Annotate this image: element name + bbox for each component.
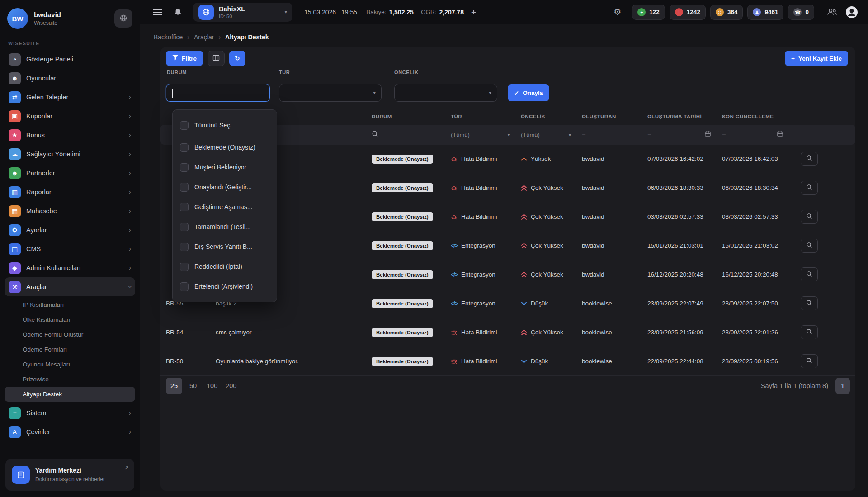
dropdown-option[interactable]: Dış Servis Yanıtı B...: [173, 237, 277, 257]
priority-very-high-icon: [521, 272, 527, 278]
col-priority[interactable]: ÖNCELİK: [515, 114, 576, 119]
badge-red[interactable]: !1242: [670, 5, 706, 20]
bell-icon[interactable]: [174, 8, 182, 16]
sidebar-item-oyuncular[interactable]: ☻Oyuncular: [5, 69, 135, 88]
sidebar-item-eviriler[interactable]: AÇeviriler›: [5, 422, 135, 441]
sidebar-subitem-lke-k-s-tlamalar[interactable]: Ülke Kısıtlamaları: [5, 312, 135, 327]
sidebar-subitem-altyap-destek[interactable]: Altyapı Destek: [5, 387, 135, 402]
sidebar-item-partnerler[interactable]: ☻Partnerler›: [5, 164, 135, 183]
dropdown-option[interactable]: Ertelendi (Arşivlendi): [173, 277, 277, 296]
sidebar-item-g-sterge-paneli[interactable]: ◔Gösterge Paneli: [5, 50, 135, 69]
priority-filter-select[interactable]: ▾: [394, 84, 497, 102]
users-icon[interactable]: [827, 8, 837, 16]
badge-yellow-icon: ∷: [716, 8, 724, 16]
filter-button[interactable]: Filtre: [166, 51, 203, 66]
sidebar-item-ara-lar[interactable]: ⚒Araçlar›: [5, 277, 135, 296]
main-content: Backoffice›Araçlar›Altyapı Destek Filtre…: [140, 24, 868, 497]
badge-green[interactable]: +122: [632, 5, 665, 20]
dropdown-option[interactable]: Geliştirme Aşamas...: [173, 197, 277, 217]
account-avatar-icon[interactable]: [845, 6, 858, 19]
checkbox[interactable]: [180, 203, 189, 211]
col-creator[interactable]: OLUŞTURAN: [576, 114, 642, 119]
new-record-button[interactable]: + Yeni Kayıt Ekle: [785, 51, 848, 66]
view-button[interactable]: [801, 152, 818, 166]
dropdown-option[interactable]: Reddedildi (İptal): [173, 257, 277, 277]
creator-column-filter[interactable]: =: [576, 131, 642, 139]
page-size-25[interactable]: 25: [166, 378, 182, 394]
view-button[interactable]: [801, 354, 818, 368]
sidebar-item-ayarlar[interactable]: ⚙Ayarlar›: [5, 220, 135, 239]
refresh-button[interactable]: ↻: [229, 51, 245, 66]
status-column-search[interactable]: [366, 131, 445, 139]
site-selector[interactable]: BahisXL ID: 50 ▾: [193, 3, 292, 22]
option-label: Ertelendi (Arşivlendi): [194, 283, 253, 290]
status-filter-input[interactable]: [166, 84, 270, 102]
checkbox[interactable]: [180, 243, 189, 251]
sidebar-subitem-oyuncu-mesajlar[interactable]: Oyuncu Mesajları: [5, 357, 135, 372]
dropdown-option-select-all[interactable]: Tümünü Seç: [173, 115, 277, 135]
checkbox[interactable]: [180, 183, 189, 192]
dropdown-option[interactable]: Tamamlandı (Tesli...: [173, 217, 277, 237]
dropdown-option[interactable]: Onaylandı (Geliştir...: [173, 177, 277, 197]
breadcrumb-item[interactable]: Araçlar: [194, 33, 214, 41]
columns-button[interactable]: [208, 51, 225, 66]
sidebar-item-kuponlar[interactable]: ▣Kuponlar›: [5, 107, 135, 126]
col-updated[interactable]: SON GÜNCELLEME: [717, 114, 789, 119]
badge-blue[interactable]: ♟9461: [747, 5, 783, 20]
ticket-updated: 07/03/2026 16:42:03: [717, 155, 789, 162]
created-column-filter[interactable]: =: [642, 131, 717, 139]
badge-phone-icon: ☎: [793, 8, 802, 16]
view-button[interactable]: [801, 296, 818, 310]
page-size-50[interactable]: 50: [185, 378, 201, 394]
checkbox[interactable]: [180, 143, 189, 152]
calendar-icon[interactable]: [704, 131, 711, 139]
sidebar-item-sistem[interactable]: ≡Sistem›: [5, 403, 135, 422]
view-button[interactable]: [801, 181, 818, 195]
sidebar-subitem-deme-formlar[interactable]: Ödeme Formları: [5, 342, 135, 357]
sidebar-item-sa-lay-c-y-netimi[interactable]: ☁Sağlayıcı Yönetimi›: [5, 145, 135, 164]
priority-column-filter[interactable]: (Tümü)▾: [515, 131, 576, 138]
page-size-100[interactable]: 100: [204, 378, 220, 394]
view-button[interactable]: [801, 210, 818, 224]
chevron-right-icon: ›: [218, 33, 221, 41]
checkbox[interactable]: [180, 163, 189, 172]
pagination: 2550100200 Sayfa 1 ila 1 (toplam 8) 1: [166, 378, 850, 394]
sidebar-subitem-deme-formu-olu-tur[interactable]: Ödeme Formu Oluştur: [5, 327, 135, 342]
calendar-icon[interactable]: [777, 131, 783, 139]
dropdown-option[interactable]: Beklemede (Onaysız): [173, 137, 277, 157]
sidebar-subitem-prizewise[interactable]: Prizewise: [5, 372, 135, 387]
page-button[interactable]: 1: [835, 378, 850, 394]
badge-yellow[interactable]: ∷364: [710, 5, 743, 20]
col-status[interactable]: DURUM: [366, 114, 445, 119]
checkbox[interactable]: [180, 121, 189, 130]
page-size-200[interactable]: 200: [223, 378, 239, 394]
add-button[interactable]: +: [471, 7, 476, 17]
sidebar-item-bonus[interactable]: ★Bonus›: [5, 126, 135, 145]
help-center-card[interactable]: Yardım Merkezi Dokümantasyon ve rehberle…: [5, 459, 134, 491]
gear-icon[interactable]: ⚙: [613, 7, 621, 17]
dropdown-option[interactable]: Müşteri Bekleniyor: [173, 157, 277, 177]
type-column-filter[interactable]: (Tümü)▾: [445, 131, 515, 138]
checkbox[interactable]: [180, 282, 189, 291]
sidebar-user[interactable]: BW bwdavid Wisesuite: [0, 0, 140, 34]
sidebar-item-muhasebe[interactable]: ▦Muhasebe›: [5, 202, 135, 220]
sidebar-item-raporlar[interactable]: ▥Raporlar›: [5, 183, 135, 202]
view-button[interactable]: [801, 325, 818, 339]
view-button[interactable]: [801, 239, 818, 253]
sidebar-item-cms[interactable]: ▤CMS›: [5, 239, 135, 258]
checkbox[interactable]: [180, 263, 189, 271]
type-filter-select[interactable]: ▾: [279, 84, 382, 102]
language-button[interactable]: [114, 9, 132, 28]
sidebar-subitem-ip-k-s-tlamalar[interactable]: IP Kısıtlamaları: [5, 297, 135, 312]
col-created[interactable]: OLUŞTURMA TARİHİ: [642, 114, 717, 119]
updated-column-filter[interactable]: =: [717, 131, 789, 139]
breadcrumb-item[interactable]: Backoffice: [154, 33, 183, 41]
col-type[interactable]: TÜR: [445, 114, 515, 119]
sidebar-item-admin-kullan-c-lar[interactable]: ◆Admin Kullanıcıları›: [5, 258, 135, 277]
checkbox[interactable]: [180, 223, 189, 231]
view-button[interactable]: [801, 267, 818, 281]
menu-icon[interactable]: [153, 12, 162, 13]
approve-button[interactable]: ✓ Onayla: [508, 84, 549, 101]
badge-phone[interactable]: ☎0: [788, 5, 814, 20]
sidebar-item-gelen-talepler[interactable]: ⇄Gelen Talepler›: [5, 88, 135, 107]
